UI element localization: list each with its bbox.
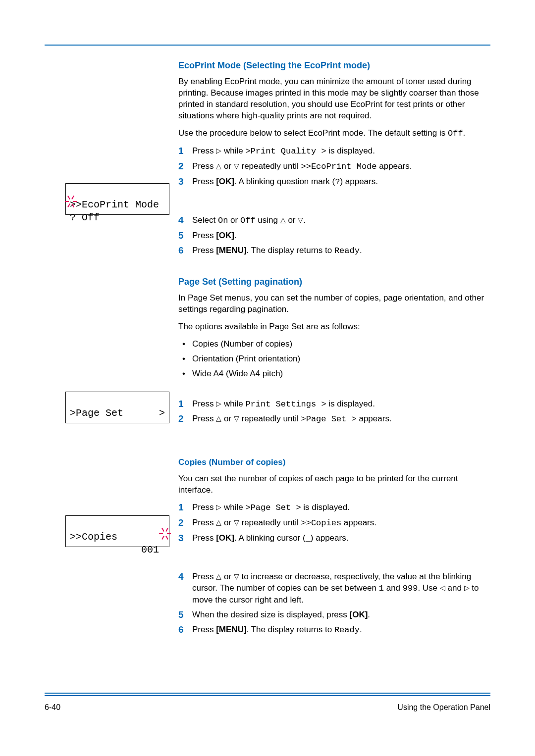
blink-indicator <box>160 528 172 540</box>
page-number: 6-40 <box>45 702 60 713</box>
tri-down-icon: ▽ <box>234 162 239 170</box>
bullet-orientation: Orientation (Print orientation) <box>182 353 490 365</box>
heading-copies: Copies (Number of copies) <box>178 457 490 468</box>
bullet-copies: Copies (Number of copies) <box>182 339 490 350</box>
footer-title: Using the Operation Panel <box>397 702 490 713</box>
page-footer: 6-40 Using the Operation Panel <box>45 702 490 713</box>
copies-intro: You can set the number of copies of each… <box>178 473 490 496</box>
section-ecoprint: >>EcoPrint Mode ? Off EcoPrint Mode (Sel… <box>45 58 490 264</box>
lcd-line1: >>Copies <box>70 531 117 543</box>
bottom-rule-1 <box>45 693 490 694</box>
ecoprint-intro: By enabling EcoPrint mode, you can minim… <box>178 76 490 122</box>
pageset-steps: 1Press ▷ while Print Settings > is displ… <box>178 399 490 426</box>
pageset-options-intro: The options available in Page Set are as… <box>178 321 490 333</box>
lcd-copies: >>Copies 001 <box>65 515 169 547</box>
ecoprint-steps-a: 1Press ▷ while >Print Quality > is displ… <box>178 146 490 188</box>
copies-steps-b: 4Press △ or ▽ to increase or decrease, r… <box>178 571 490 636</box>
tri-up-icon: △ <box>216 162 221 170</box>
ecoprint-default: Use the procedure below to select EcoPri… <box>178 128 490 140</box>
pageset-intro: In Page Set menus, you can set the numbe… <box>178 293 490 315</box>
pageset-bullets: Copies (Number of copies) Orientation (P… <box>182 339 490 380</box>
lcd-pageset: >Page Set > <box>65 392 169 423</box>
section-copies: >>Copies 001 Copies (Number of copies) Y… <box>45 452 490 643</box>
heading-pageset: Page Set (Setting pagination) <box>178 276 490 288</box>
tri-right-icon: ▷ <box>216 147 221 154</box>
lcd-line2: 001 <box>70 544 159 555</box>
lcd-line1: >Page Set > <box>70 407 165 419</box>
bullet-widea4: Wide A4 (Wide A4 pitch) <box>182 368 490 380</box>
lcd-line1: >>EcoPrint Mode <box>70 199 159 210</box>
copies-steps-a: 1Press ▷ while >Page Set > is displayed.… <box>178 502 490 545</box>
bottom-rule-2 <box>45 695 490 696</box>
lcd-line2: ? Off <box>70 212 100 223</box>
top-rule <box>45 45 490 46</box>
ecoprint-steps-b: 4Select On or Off using △ or ▽. 5Press [… <box>178 215 490 257</box>
section-pageset: >Page Set > Page Set (Setting pagination… <box>45 275 490 433</box>
heading-ecoprint: EcoPrint Mode (Selecting the EcoPrint mo… <box>178 59 490 71</box>
lcd-ecoprint: >>EcoPrint Mode ? Off <box>65 183 169 215</box>
